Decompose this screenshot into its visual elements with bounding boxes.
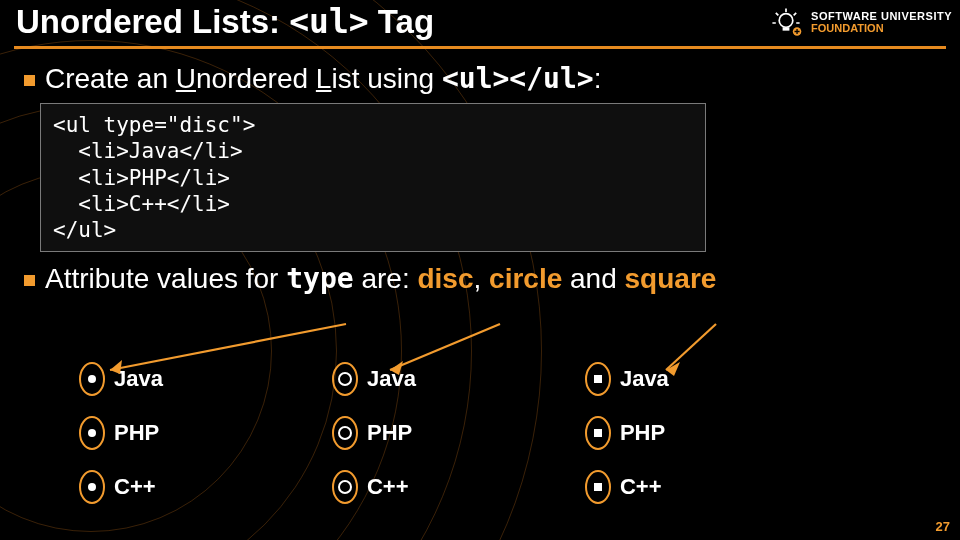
logo-line2: FOUNDATION xyxy=(811,22,884,34)
list-item: C++ xyxy=(367,474,409,500)
slide-body: Create an Unordered List using <ul></ul>… xyxy=(16,58,944,301)
list-item: C++ xyxy=(620,474,662,500)
examples-row: Java PHP C++ Java PHP C++ Java PHP C++ xyxy=(80,364,669,502)
brand-logo: SOFTWARE UNIVERSITYFOUNDATION xyxy=(769,6,952,40)
inline-code: <ul></ul> xyxy=(442,62,594,95)
value-circle: circle xyxy=(489,263,562,294)
list-item: Java xyxy=(114,366,163,392)
example-disc: Java PHP C++ xyxy=(80,364,163,502)
list-item: PHP xyxy=(114,420,159,446)
page-number: 27 xyxy=(936,519,950,534)
list-item: C++ xyxy=(114,474,156,500)
title-text-prefix: Unordered Lists: xyxy=(16,3,289,40)
example-circle: Java PHP C++ xyxy=(333,364,416,502)
title-rule xyxy=(14,46,946,49)
value-square: square xyxy=(625,263,717,294)
code-block: <ul type="disc"> <li>Java</li> <li>PHP</… xyxy=(40,103,706,252)
inline-code: type xyxy=(286,262,353,295)
list-item: Java xyxy=(620,366,669,392)
bullet-icon xyxy=(24,275,35,286)
example-square: Java PHP C++ xyxy=(586,364,669,502)
lightbulb-icon xyxy=(769,6,803,40)
svg-point-0 xyxy=(779,14,793,28)
slide-title: Unordered Lists: <ul> Tag xyxy=(16,2,434,41)
bullet-1: Create an Unordered List using <ul></ul>… xyxy=(24,62,944,95)
logo-line1: SOFTWARE UNIVERSITY xyxy=(811,10,952,22)
svg-line-6 xyxy=(666,324,716,370)
slide: Unordered Lists: <ul> Tag SOFTWARE UNIVE… xyxy=(0,0,960,540)
bullet-icon xyxy=(24,75,35,86)
bullet-2: Attribute values for type are: disc, cir… xyxy=(24,262,944,295)
list-item: PHP xyxy=(367,420,412,446)
value-disc: disc xyxy=(417,263,473,294)
list-item: Java xyxy=(367,366,416,392)
title-text-suffix: Tag xyxy=(369,3,434,40)
list-item: PHP xyxy=(620,420,665,446)
title-code: <ul> xyxy=(289,2,368,41)
